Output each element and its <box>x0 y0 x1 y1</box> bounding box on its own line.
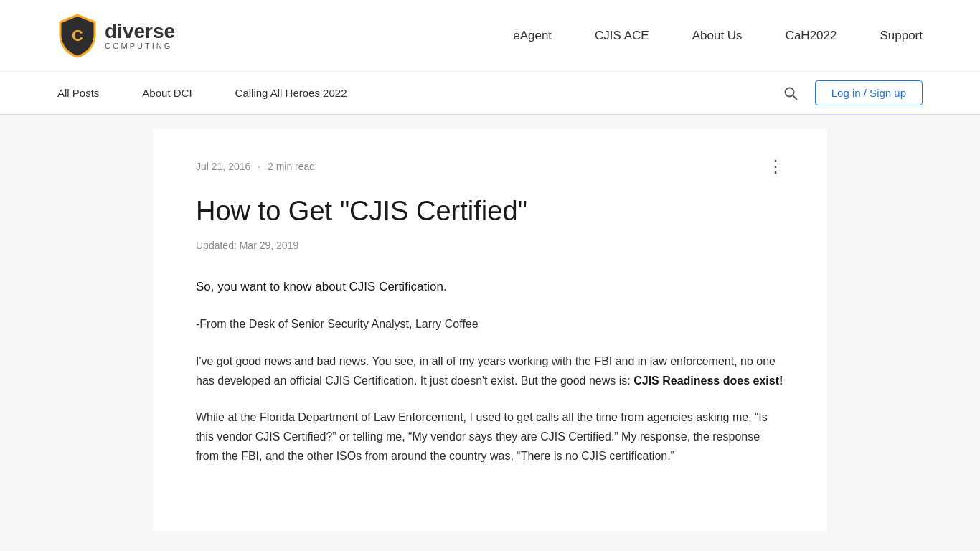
blog-nav-all-posts[interactable]: All Posts <box>57 87 99 99</box>
article-para1: I've got good news and bad news. You see… <box>196 352 784 390</box>
logo-area[interactable]: C diverse COMPUTING <box>57 14 175 58</box>
svg-text:C: C <box>72 27 83 44</box>
blog-nav: All Posts About DCI Calling All Heroes 2… <box>0 72 980 115</box>
search-button[interactable] <box>781 83 801 103</box>
blog-nav-calling-all-heroes[interactable]: Calling All Heroes 2022 <box>235 87 347 99</box>
login-signup-button[interactable]: Log in / Sign up <box>815 80 923 105</box>
article-date: Jul 21, 2016 <box>196 161 250 172</box>
article-lead: So, you want to know about CJIS Certific… <box>196 277 784 298</box>
article-meta-row: Jul 21, 2016 · 2 min read ⋮ <box>196 158 784 175</box>
meta-separator: · <box>258 161 260 172</box>
logo-brand: diverse <box>105 22 175 42</box>
blog-nav-links: All Posts About DCI Calling All Heroes 2… <box>57 87 738 99</box>
logo-text: diverse COMPUTING <box>105 22 175 50</box>
content-area: Jul 21, 2016 · 2 min read ⋮ How to Get "… <box>0 115 980 551</box>
nav-about-us[interactable]: About Us <box>692 29 743 43</box>
nav-support[interactable]: Support <box>880 29 923 43</box>
main-nav: eAgent CJIS ACE About Us CaH2022 Support <box>513 29 923 43</box>
blog-nav-right: Log in / Sign up <box>781 80 923 105</box>
more-vert-icon: ⋮ <box>767 158 784 175</box>
nav-cjis-ace[interactable]: CJIS ACE <box>595 29 649 43</box>
logo-sub: COMPUTING <box>105 42 175 50</box>
nav-cah2022[interactable]: CaH2022 <box>786 29 837 43</box>
article-para2: While at the Florida Department of Law E… <box>196 408 784 466</box>
article-card: Jul 21, 2016 · 2 min read ⋮ How to Get "… <box>153 129 827 531</box>
svg-point-1 <box>785 88 793 96</box>
article-read-time: 2 min read <box>268 161 315 172</box>
article-title: How to Get "CJIS Certified" <box>196 195 784 228</box>
blog-nav-about-dci[interactable]: About DCI <box>142 87 192 99</box>
article-meta: Jul 21, 2016 · 2 min read <box>196 161 315 172</box>
article-updated: Updated: Mar 29, 2019 <box>196 240 784 251</box>
site-header: C diverse COMPUTING eAgent CJIS ACE Abou… <box>0 0 980 72</box>
logo-shield-icon: C <box>57 14 98 58</box>
article-byline: -From the Desk of Senior Security Analys… <box>196 314 784 334</box>
search-icon <box>783 86 798 100</box>
article-para1-bold: CJIS Readiness does exist! <box>633 375 783 387</box>
article-body: So, you want to know about CJIS Certific… <box>196 277 784 466</box>
nav-eAgent[interactable]: eAgent <box>513 29 552 43</box>
more-options-button[interactable]: ⋮ <box>767 158 784 175</box>
svg-line-2 <box>793 95 796 99</box>
